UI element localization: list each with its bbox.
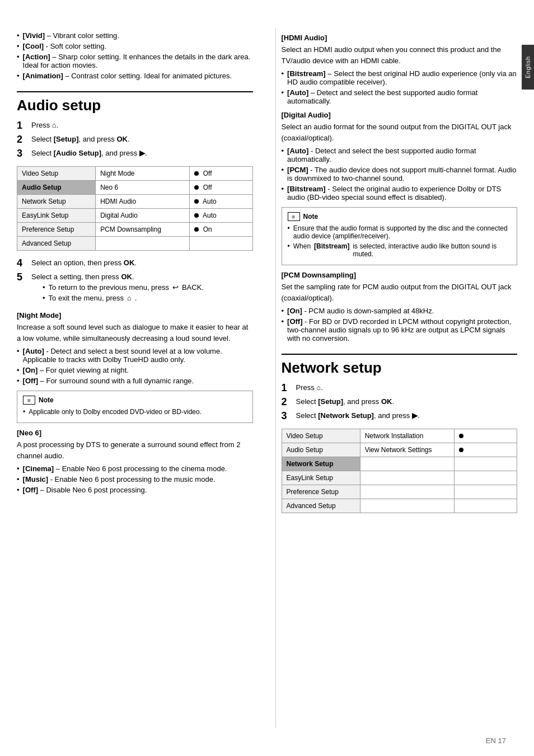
- digital-audio-bullets: [Auto] - Detect and select the best supp…: [282, 147, 518, 201]
- night-mode-auto: [Auto] - Detect and select a best sound …: [17, 347, 253, 364]
- digital-pcm: [PCM] - The audio device does not suppor…: [282, 166, 518, 182]
- net-row-installation-val: [454, 429, 517, 443]
- net-row-settings-val: [454, 443, 517, 457]
- digital-auto: [Auto] - Detect and select the best supp…: [282, 147, 518, 163]
- audio-steps-4-5: 4 Select an option, then press OK. 5 Sel…: [17, 257, 253, 304]
- digital-note-header: ≡ Note: [288, 212, 512, 221]
- net-row-empty3-val: [454, 485, 517, 499]
- digital-bitstream: [Bitstream] - Select the original audio …: [282, 185, 518, 201]
- net-row-empty3-item: [360, 485, 454, 499]
- language-tab: English: [522, 45, 534, 90]
- night-mode-note-label: Note: [39, 396, 54, 404]
- neo6-music: [Music] - Enable Neo 6 post processing t…: [17, 475, 253, 483]
- step-4: 4 Select an option, then press OK.: [17, 257, 253, 269]
- step-1: 1 Press ⌂.: [17, 120, 253, 132]
- night-mode-note-header: ≡ Note: [23, 396, 247, 405]
- network-setup-heading: Network setup: [282, 354, 518, 377]
- right-column: [HDMI Audio] Select an HDMI audio output…: [275, 28, 518, 728]
- digital-audio-title: [Digital Audio]: [282, 111, 518, 119]
- neo6-off: [Off] – Disable Neo 6 post processing.: [17, 486, 253, 494]
- audio-steps-1-3: 1 Press ⌂. 2 Select [Setup], and press O…: [17, 120, 253, 159]
- net-step-3: 3 Select [Network Setup], and press ▶.: [282, 410, 518, 422]
- digital-note-item-1: Ensure that the audio format is supporte…: [288, 224, 512, 240]
- net-menu-easylink: EasyLink Setup: [282, 471, 360, 485]
- audio-row-hdmi-item: HDMI Audio: [96, 195, 190, 209]
- intro-bullet-animation: [Animation] – Contrast color setting. Id…: [17, 72, 253, 80]
- home-icon-3: ⌂: [316, 383, 321, 392]
- hdmi-audio-bullets: [Bitstream] – Select the best original H…: [282, 69, 518, 105]
- night-mode-note-bullets: Applicable only to Dolby encoded DVD-vid…: [23, 408, 247, 416]
- net-menu-advanced: Advanced Setup: [282, 499, 360, 513]
- neo6-bullets: [Cinema] – Enable Neo 6 post processing …: [17, 464, 253, 494]
- night-mode-off: [Off] – For surround sound with a full d…: [17, 377, 253, 385]
- audio-row-neo6-item: Neo 6: [96, 181, 190, 195]
- intro-bullet-list: [Vivid] – Vibrant color setting. [Cool] …: [17, 31, 253, 80]
- page-footer: EN 17: [486, 736, 506, 745]
- hdmi-auto: [Auto] – Detect and select the best supp…: [282, 88, 518, 105]
- pcm-downsampling-bullets: [On] - PCM audio is down-sampled at 48kH…: [282, 307, 518, 342]
- sub-step-back: To return to the previous menu, press ↩ …: [43, 283, 204, 292]
- net-row-empty2-item: [360, 471, 454, 485]
- neo6-title: [Neo 6]: [17, 429, 253, 437]
- net-row-empty2-val: [454, 471, 517, 485]
- digital-note-bullets: Ensure that the audio format is supporte…: [288, 224, 512, 258]
- net-step-2: 2 Select [Setup], and press OK.: [282, 396, 518, 408]
- audio-row-nightmode-item: Night Mode: [96, 167, 190, 181]
- menu-easylink-setup: EasyLink Setup: [17, 209, 96, 223]
- step-2: 2 Select [Setup], and press OK.: [17, 134, 253, 145]
- net-row-empty4-val: [454, 499, 517, 513]
- hdmi-audio-title: [HDMI Audio]: [282, 34, 518, 42]
- net-menu-preference: Preference Setup: [282, 485, 360, 499]
- net-menu-network-setup: Network Setup: [282, 457, 360, 471]
- night-mode-note-box: ≡ Note Applicable only to Dolby encoded …: [17, 391, 253, 423]
- audio-setup-table: Video Setup Night Mode Off Audio Setup N…: [17, 166, 253, 251]
- menu-advanced-setup: Advanced Setup: [17, 237, 96, 251]
- night-mode-note-item: Applicable only to Dolby encoded DVD-vid…: [23, 408, 247, 416]
- intro-bullet-cool: [Cool] - Soft color setting.: [17, 42, 253, 50]
- back-icon: ↩: [172, 283, 179, 292]
- menu-network-setup: Network Setup: [17, 195, 96, 209]
- audio-row-digital-item: Digital Audio: [96, 209, 190, 223]
- step-5: 5 Select a setting, then press OK. To re…: [17, 271, 253, 304]
- audio-setup-heading: Audio setup: [17, 91, 253, 114]
- audio-row-empty-val: [190, 237, 252, 251]
- network-setup-table: Video Setup Network Installation Audio S…: [282, 429, 518, 513]
- pcm-on: [On] - PCM audio is down-sampled at 48kH…: [282, 307, 518, 315]
- audio-row-empty-item: [96, 237, 190, 251]
- neo6-body: A post processing by DTS to generate a s…: [17, 439, 253, 461]
- hdmi-audio-body: Select an HDMI audio output when you con…: [282, 44, 518, 66]
- night-mode-body: Increase a soft sound level such as dial…: [17, 322, 253, 344]
- night-mode-title: [Night Mode]: [17, 311, 253, 320]
- step-5-substeps: To return to the previous menu, press ↩ …: [43, 283, 204, 302]
- network-steps-1-3: 1 Press ⌂. 2 Select [Setup], and press O…: [282, 382, 518, 422]
- step-3: 3 Select [Audio Setup], and press ▶.: [17, 148, 253, 159]
- net-menu-audio-setup: Audio Setup: [282, 443, 360, 457]
- menu-audio-setup: Audio Setup: [17, 181, 96, 195]
- audio-row-pcm-val: On: [190, 223, 252, 237]
- sub-step-exit: To exit the menu, press⌂ .: [43, 294, 204, 302]
- net-row-installation-item: Network Installation: [360, 429, 454, 443]
- audio-row-pcm-item: PCM Downsampling: [96, 223, 190, 237]
- menu-preference-setup: Preference Setup: [17, 223, 96, 237]
- digital-note-item-2: When [Bitstream] is selected, interactiv…: [288, 242, 512, 258]
- net-row-empty1-item: [360, 457, 454, 471]
- neo6-cinema: [Cinema] – Enable Neo 6 post processing …: [17, 464, 253, 473]
- home-icon: ⌂: [52, 121, 57, 129]
- intro-bullet-action: [Action] – Sharp color setting. It enhan…: [17, 53, 253, 69]
- audio-row-digital-val: Auto: [190, 209, 252, 223]
- menu-video-setup: Video Setup: [17, 167, 96, 181]
- net-step-1: 1 Press ⌂.: [282, 382, 518, 394]
- home-icon-2: ⌂: [127, 294, 132, 302]
- net-row-settings-item: View Network Settings: [360, 443, 454, 457]
- intro-bullet-vivid: [Vivid] – Vibrant color setting.: [17, 31, 253, 40]
- net-menu-video-setup: Video Setup: [282, 429, 360, 443]
- pcm-downsampling-title: [PCM Downsampling]: [282, 271, 518, 279]
- digital-note-box: ≡ Note Ensure that the audio format is s…: [282, 207, 518, 265]
- hdmi-bitstream: [Bitstream] – Select the best original H…: [282, 69, 518, 86]
- night-mode-bullets: [Auto] - Detect and select a best sound …: [17, 347, 253, 385]
- pcm-off: [Off] - For BD or DVD recorded in LPCM w…: [282, 317, 518, 342]
- digital-note-label: Note: [303, 213, 318, 220]
- digital-audio-body: Select an audio format for the sound out…: [282, 121, 518, 143]
- audio-row-nightmode-val: Off: [190, 167, 252, 181]
- net-row-empty4-item: [360, 499, 454, 513]
